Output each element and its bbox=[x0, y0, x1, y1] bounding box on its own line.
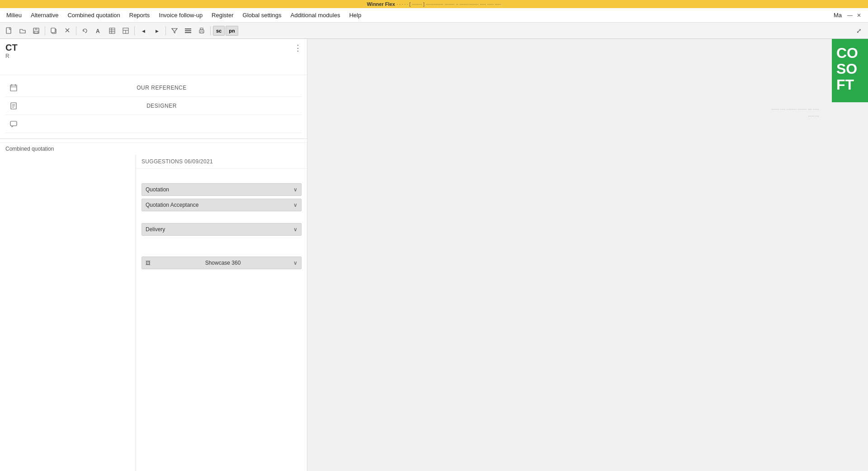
menu-help[interactable]: Help bbox=[344, 10, 366, 20]
quotation-label: Quotation bbox=[146, 186, 169, 193]
open-button[interactable] bbox=[16, 24, 29, 37]
left-panel: CT R ⋮ OUR REFERENCE DESIGNER bbox=[0, 39, 307, 471]
menu-combined-quotation[interactable]: Combined quotation bbox=[63, 10, 124, 20]
menu-bar: Milieu Alternative Combined quotation Re… bbox=[0, 8, 868, 23]
calendar-icon bbox=[5, 84, 22, 92]
middle-spacer bbox=[142, 214, 302, 221]
save-button[interactable] bbox=[30, 24, 42, 37]
suggestions-panel: SUGGESTIONS 06/09/2021 Quotation ∨ Quota… bbox=[136, 155, 307, 471]
svg-text:A: A bbox=[96, 28, 100, 34]
filter-button[interactable] bbox=[168, 24, 181, 37]
svg-rect-22 bbox=[10, 85, 17, 91]
menu-alternative[interactable]: Alternative bbox=[26, 10, 63, 20]
quotation-acceptance-chevron-icon: ∨ bbox=[293, 202, 297, 208]
message-icon bbox=[5, 120, 22, 128]
quotation-acceptance-dropdown[interactable]: Quotation Acceptance ∨ bbox=[142, 199, 302, 211]
expand-button[interactable]: ⤢ bbox=[853, 24, 865, 37]
menu-register[interactable]: Register bbox=[207, 10, 238, 20]
close-button[interactable]: ✕ bbox=[855, 12, 863, 19]
print-button[interactable] bbox=[195, 24, 208, 37]
layout-button[interactable] bbox=[119, 24, 132, 37]
fields-area: OUR REFERENCE DESIGNER bbox=[0, 75, 307, 137]
ct-subtitle: R bbox=[5, 53, 302, 59]
menu-ma[interactable]: Ma bbox=[829, 10, 846, 20]
quotation-chevron-icon: ∨ bbox=[293, 186, 297, 193]
table-button[interactable] bbox=[106, 24, 118, 37]
delivery-dropdown[interactable]: Delivery ∨ bbox=[142, 223, 302, 236]
toolbar-sep-4 bbox=[165, 26, 166, 35]
menu-additional-modules[interactable]: Additional modules bbox=[286, 10, 345, 20]
svg-rect-18 bbox=[185, 32, 191, 33]
ct-header: CT R ⋮ bbox=[0, 39, 307, 75]
right-content: ······ ···· ········ ······· ··· ····· ·… bbox=[307, 39, 868, 471]
ct-title: CT bbox=[5, 43, 302, 53]
logo-line-1: CO bbox=[836, 45, 863, 61]
cut-button[interactable] bbox=[61, 24, 74, 37]
divider-1 bbox=[0, 138, 307, 139]
message-field bbox=[5, 115, 302, 133]
designer-field: DESIGNER bbox=[5, 97, 302, 115]
main-content: CT R ⋮ OUR REFERENCE DESIGNER bbox=[0, 39, 868, 471]
combined-quotation-label: Combined quotation bbox=[0, 143, 307, 155]
bottom-spacer-1 bbox=[142, 238, 302, 246]
svg-rect-30 bbox=[10, 121, 17, 126]
menu-invoice-followup[interactable]: Invoice follow-up bbox=[154, 10, 207, 20]
svg-rect-20 bbox=[200, 28, 203, 30]
sc-button[interactable]: sc bbox=[213, 26, 225, 36]
menu-milieu[interactable]: Milieu bbox=[2, 10, 26, 20]
svg-rect-21 bbox=[200, 32, 203, 33]
toolbar-sep-3 bbox=[134, 26, 135, 35]
font-button[interactable]: A bbox=[92, 24, 105, 37]
new-button[interactable] bbox=[3, 24, 15, 37]
menu-global-settings[interactable]: Global settings bbox=[238, 10, 286, 20]
info-line-2: ········· bbox=[771, 114, 819, 119]
svg-rect-16 bbox=[185, 29, 191, 29]
toolbar-sep-1 bbox=[45, 26, 45, 35]
info-line-1: ······ ···· ········ ······· ··· ····· bbox=[771, 107, 819, 112]
svg-rect-9 bbox=[109, 28, 115, 33]
our-reference-label: OUR REFERENCE bbox=[22, 85, 302, 91]
our-reference-field: OUR REFERENCE bbox=[5, 79, 302, 97]
arrow-left-button[interactable]: ◂ bbox=[137, 24, 150, 37]
bottom-spacer-2 bbox=[142, 247, 302, 255]
copy-document-button[interactable] bbox=[47, 24, 60, 37]
designer-label: DESIGNER bbox=[22, 103, 302, 109]
suggestions-header: SUGGESTIONS 06/09/2021 bbox=[136, 155, 307, 169]
suggestions-body: Quotation ∨ Quotation Acceptance ∨ Deliv… bbox=[136, 169, 307, 471]
svg-rect-5 bbox=[51, 28, 55, 33]
quotation-acceptance-label: Quotation Acceptance bbox=[146, 202, 198, 208]
top-spacer bbox=[142, 174, 302, 181]
left-margin bbox=[0, 155, 136, 471]
toolbar-sep-5 bbox=[210, 26, 211, 35]
showcase-360-dropdown[interactable]: 🖼 Showcase 360 ∨ bbox=[142, 257, 302, 269]
svg-rect-0 bbox=[6, 28, 11, 33]
logo-panel: CO SO FT bbox=[832, 39, 868, 102]
showcase-icon: 🖼 bbox=[146, 260, 151, 266]
info-panel: ······ ···· ········ ······· ··· ····· ·… bbox=[771, 107, 823, 119]
delivery-chevron-icon: ∨ bbox=[293, 226, 297, 233]
settings-button[interactable] bbox=[182, 24, 194, 37]
logo-line-3: FT bbox=[836, 77, 863, 93]
three-dots-button[interactable]: ⋮ bbox=[292, 43, 303, 53]
toolbar: A ◂ ▸ sc pn ⤢ bbox=[0, 23, 868, 39]
quotation-dropdown[interactable]: Quotation ∨ bbox=[142, 183, 302, 196]
logo-line-2: SO bbox=[836, 61, 863, 77]
window-controls: — ✕ bbox=[846, 12, 866, 19]
svg-rect-2 bbox=[35, 28, 38, 30]
undo-button[interactable] bbox=[79, 24, 91, 37]
showcase-360-label: Showcase 360 bbox=[205, 260, 241, 266]
svg-rect-3 bbox=[34, 31, 38, 33]
title-bar: Winner Flex · · · · · [ ········ ] ·····… bbox=[0, 0, 868, 8]
menu-reports[interactable]: Reports bbox=[125, 10, 155, 20]
minimize-button[interactable]: — bbox=[846, 12, 854, 19]
arrow-right-button[interactable]: ▸ bbox=[151, 24, 163, 37]
svg-rect-17 bbox=[185, 30, 191, 31]
document-icon bbox=[5, 102, 22, 110]
toolbar-sep-2 bbox=[76, 26, 76, 35]
pn-button[interactable]: pn bbox=[226, 26, 238, 36]
showcase-360-chevron-icon: ∨ bbox=[293, 260, 297, 266]
app-title: Winner Flex bbox=[367, 1, 395, 7]
delivery-label: Delivery bbox=[146, 226, 165, 233]
title-extra: · · · · · [ ········ ] ·············· ··… bbox=[397, 2, 501, 7]
